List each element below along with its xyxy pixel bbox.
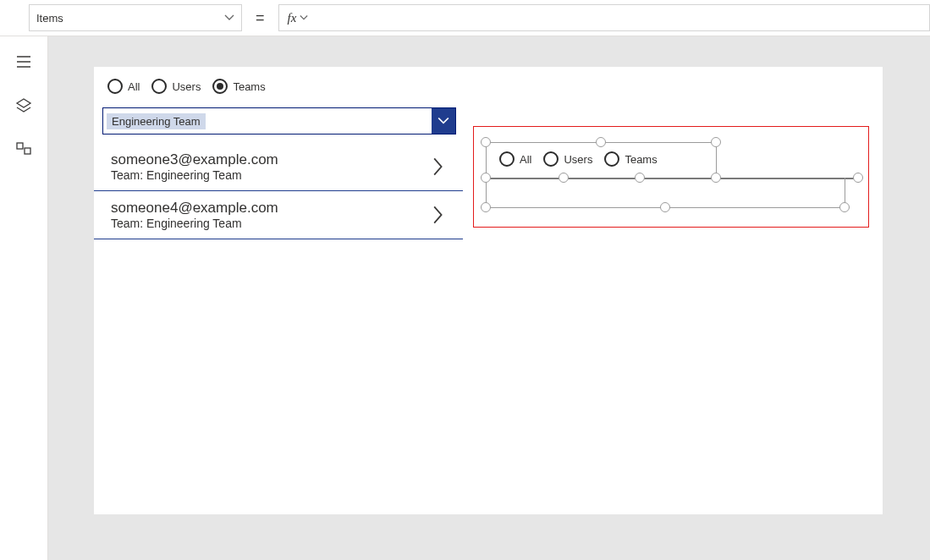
- equals-label: =: [252, 9, 268, 27]
- preview-radio-all-label: All: [520, 153, 531, 166]
- chevron-down-icon: [437, 115, 449, 127]
- selection-line: [486, 178, 858, 179]
- chevron-down-icon: [224, 13, 234, 23]
- selection-handle[interactable]: [839, 202, 850, 212]
- radio-all-label: All: [128, 80, 140, 93]
- preview-radio-group: All Users Teams: [499, 151, 658, 167]
- results-list: someone3@example.com Team: Engineering T…: [94, 143, 463, 239]
- svg-rect-1: [25, 148, 30, 154]
- canvas-background[interactable]: All Users Teams Engineering Team: [48, 36, 930, 560]
- formula-bar: Items = fx: [0, 0, 930, 36]
- radio-teams-label: Teams: [233, 80, 265, 93]
- list-item[interactable]: someone4@example.com Team: Engineering T…: [94, 191, 463, 239]
- chevron-right-icon: [431, 205, 446, 225]
- selection-handle[interactable]: [853, 173, 863, 183]
- radio-circle-icon: [107, 79, 123, 94]
- radio-all[interactable]: All: [107, 79, 140, 94]
- filter-radio-group: All Users Teams: [107, 79, 266, 94]
- selection-handle[interactable]: [596, 137, 606, 147]
- selection-handle[interactable]: [559, 173, 569, 183]
- radio-teams[interactable]: Teams: [212, 79, 265, 94]
- selection-handle[interactable]: [481, 137, 491, 147]
- combobox-value: Engineering Team: [107, 113, 206, 129]
- list-item-team: Team: Engineering Team: [111, 217, 278, 230]
- radio-circle-icon: [212, 79, 228, 94]
- radio-users-label: Users: [172, 80, 201, 93]
- formula-input[interactable]: fx: [278, 4, 930, 31]
- selection-handle[interactable]: [711, 137, 721, 147]
- selected-control-frame[interactable]: All Users Teams: [473, 126, 869, 228]
- combobox-toggle-button[interactable]: [432, 108, 455, 134]
- svg-rect-0: [17, 143, 23, 149]
- team-combobox[interactable]: Engineering Team: [102, 107, 456, 135]
- property-selector[interactable]: Items: [29, 4, 242, 31]
- preview-radio-users-label: Users: [564, 153, 592, 166]
- preview-radio-teams-label: Teams: [625, 153, 657, 166]
- chevron-down-icon: [300, 14, 308, 22]
- preview-radio-all[interactable]: All: [499, 151, 531, 167]
- property-selector-value: Items: [36, 12, 63, 25]
- chevron-right-icon: [431, 156, 446, 177]
- layers-icon[interactable]: [15, 97, 32, 114]
- radio-circle-icon: [604, 151, 619, 167]
- radio-circle-icon: [151, 79, 167, 94]
- list-item[interactable]: someone3@example.com Team: Engineering T…: [94, 143, 463, 191]
- selection-handle[interactable]: [481, 202, 491, 212]
- selection-handle[interactable]: [635, 173, 645, 183]
- selection-handle[interactable]: [481, 173, 491, 183]
- hamburger-icon[interactable]: [15, 53, 32, 70]
- radio-users[interactable]: Users: [151, 79, 201, 94]
- selection-handle[interactable]: [660, 202, 670, 212]
- list-item-email: someone4@example.com: [111, 200, 278, 217]
- radio-circle-icon: [543, 151, 559, 167]
- app-tools-rail: [0, 36, 48, 560]
- preview-radio-users[interactable]: Users: [543, 151, 592, 167]
- radio-circle-icon: [499, 151, 515, 167]
- preview-radio-teams[interactable]: Teams: [604, 151, 657, 167]
- app-canvas[interactable]: All Users Teams Engineering Team: [94, 67, 883, 514]
- list-item-email: someone3@example.com: [111, 151, 278, 168]
- selection-handle[interactable]: [711, 173, 721, 183]
- list-item-team: Team: Engineering Team: [111, 168, 278, 182]
- radio-dot-icon: [217, 83, 223, 90]
- insert-icon[interactable]: [15, 141, 32, 158]
- fx-label: fx: [288, 11, 297, 25]
